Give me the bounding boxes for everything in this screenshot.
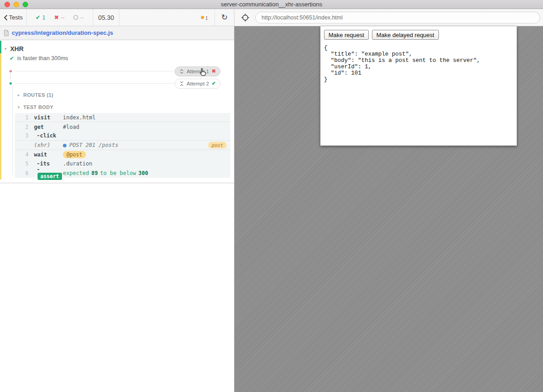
window-title: server-communication__xhr-assertions (221, 1, 322, 8)
command-message: .duration (63, 161, 230, 167)
selector-playground-button[interactable] (241, 14, 249, 22)
assert-expected-value: 300 (138, 170, 148, 176)
command-log: 1 visit index.html 2 get #load 3 -click … (15, 113, 230, 178)
stat-failed: ✖ -- (54, 14, 65, 21)
json-line: "title": "example post", (324, 51, 513, 57)
url-bar[interactable]: http://localhost:50651/index.html (255, 12, 540, 24)
attempt-passed-check-icon: ✔ (212, 80, 216, 86)
command-message: #load (63, 124, 230, 130)
command-row-visit[interactable]: 1 visit index.html (15, 113, 230, 122)
aut-iframe: Make request Make delayed request { "tit… (320, 26, 517, 146)
test-title-row[interactable]: ✔ is faster than 300ms (0, 53, 234, 63)
command-row-click[interactable]: 3 -click (15, 132, 230, 141)
attempt-rule (15, 71, 175, 71)
spec-header: cypress/integration/duration-spec.js (0, 26, 234, 40)
suite-title: XHR (10, 45, 24, 52)
chevron-left-icon (4, 15, 7, 20)
attempt-2-toggle[interactable]: Attempt 2 ✔ (175, 79, 220, 89)
command-message: @post (63, 151, 230, 158)
test-body-section-label: TEST BODY (24, 104, 54, 110)
suite-header[interactable]: ▾ XHR (0, 40, 234, 53)
make-delayed-request-button[interactable]: Make delayed request (372, 30, 439, 40)
hooks-dotted-line (12, 86, 13, 175)
caret-down-icon: ▾ (5, 47, 7, 51)
back-to-tests-label: Tests (9, 14, 23, 21)
command-number: 3 (15, 132, 29, 139)
command-number: 5 (15, 161, 29, 167)
assert-badge: assert (38, 173, 62, 180)
command-method: visit (34, 114, 63, 121)
mouse-cursor-icon (198, 68, 207, 78)
test-stats: ✔ 1 ✖ -- -- (27, 9, 93, 26)
attempt-failed-x-icon: ✖ (212, 68, 216, 74)
xhr-status-dot-icon (63, 144, 67, 147)
aut-buttons-row: Make request Make delayed request (324, 30, 513, 40)
up-down-arrows-icon: ↕ (205, 14, 208, 21)
aut-toolbar: http://localhost:50651/index.html (234, 9, 543, 26)
response-json-output: { "title": "example post", "body": "this… (324, 45, 513, 83)
assert-word: to be below (100, 170, 136, 176)
attempt-1-toggle[interactable]: Attempt 1 ✖ (175, 66, 220, 76)
command-row-assert[interactable]: 6 -assert expected89to be below300 (15, 168, 230, 177)
command-row-wait[interactable]: 4 wait @post (15, 150, 230, 159)
reporter-panel: cypress/integration/duration-spec.js ▾ X… (0, 26, 234, 392)
json-line: "body": "this is a post sent to the serv… (324, 57, 513, 64)
zoom-window-button[interactable] (23, 2, 28, 7)
minimize-window-button[interactable] (14, 2, 19, 7)
json-line: "id": 101 (324, 70, 513, 76)
expand-icon (179, 68, 184, 75)
attempt-row-1: Attempt 1 ✖ (10, 65, 220, 77)
collapse-icon (179, 80, 184, 87)
pending-count: -- (80, 14, 84, 21)
xhr-status-text: POST 201 /posts (69, 142, 118, 148)
stat-pending: -- (73, 14, 84, 21)
command-message: index.html (63, 114, 230, 121)
test-passed-check-icon: ✔ (10, 55, 14, 61)
command-number: 4 (15, 151, 29, 158)
test-body-section-header[interactable]: ▾ TEST BODY (0, 103, 234, 112)
crosshair-icon (241, 14, 249, 22)
spec-file-link[interactable]: cypress/integration/duration-spec.js (12, 29, 113, 36)
command-number: 1 (15, 114, 29, 121)
assert-actual-value: 89 (91, 170, 98, 176)
attempt-2-label: Attempt 2 (187, 81, 209, 86)
command-message: POST 201 /posts (63, 142, 230, 148)
close-window-button[interactable] (5, 2, 10, 7)
command-number: 2 (15, 124, 29, 130)
auto-scroll-toggle[interactable]: ↕ (195, 9, 214, 26)
test-timer: 05.30 (93, 9, 119, 26)
suite-state-strip (0, 41, 1, 53)
make-request-button[interactable]: Make request (324, 30, 369, 40)
assert-word: expected (63, 170, 89, 176)
check-icon: ✔ (35, 14, 40, 21)
attempts-list: Attempt 1 ✖ Attempt 2 ✔ (0, 63, 234, 90)
command-method: -assert (34, 166, 63, 180)
restart-tests-button[interactable]: ↻ (215, 9, 234, 26)
window-titlebar: server-communication__xhr-assertions (0, 0, 543, 9)
json-line: } (324, 76, 513, 83)
assert-message: expected89to be below300 (63, 170, 230, 176)
back-to-tests-button[interactable]: Tests (0, 9, 26, 26)
command-row-get[interactable]: 2 get #load (15, 122, 230, 131)
caret-right-icon: ▸ (18, 93, 20, 97)
attempt-passed-dot-icon (10, 82, 12, 85)
toolbar: Tests ✔ 1 ✖ -- -- 05.30 ↕ ↻ (0, 9, 543, 26)
routes-section-header[interactable]: ▸ ROUTES (1) (0, 90, 234, 99)
url-text: http://localhost:50651/index.html (262, 14, 343, 21)
command-number: 6 (15, 170, 29, 176)
command-row-xhr[interactable]: (xhr) POST 201 /posts post (15, 141, 230, 150)
passed-count: 1 (42, 14, 45, 21)
traffic-lights (5, 2, 28, 7)
command-method: get (34, 124, 63, 130)
command-method: (xhr) (34, 142, 63, 148)
attempt-row-2: Attempt 2 ✔ (10, 77, 220, 90)
route-badge: post (208, 142, 227, 148)
aut-panel: Make request Make delayed request { "tit… (234, 26, 543, 392)
restart-icon: ↻ (221, 13, 228, 22)
caret-down-icon: ▾ (18, 105, 20, 109)
file-icon (4, 30, 9, 36)
json-line: "userId": 1, (324, 64, 513, 70)
suite-end-divider (0, 183, 234, 183)
command-method: wait (34, 151, 63, 158)
auto-scroll-dot-icon (201, 16, 204, 19)
